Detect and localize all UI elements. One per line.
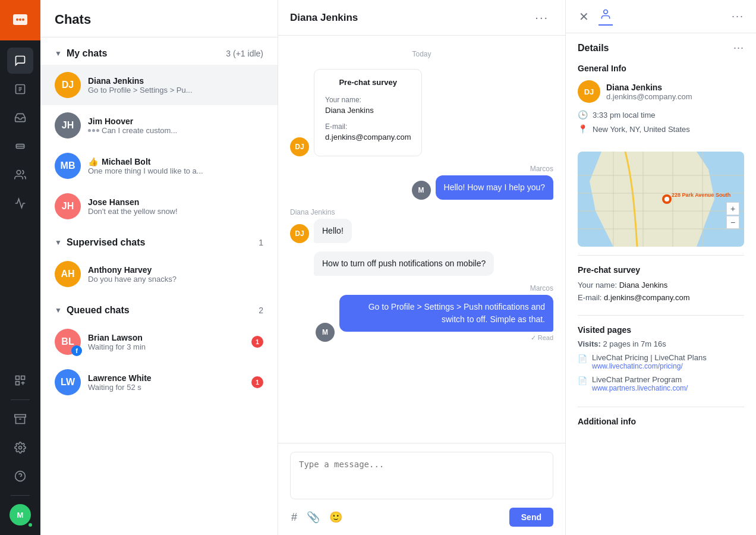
- supervised-chats-section-header[interactable]: ▼ Supervised chats 1: [40, 226, 278, 254]
- chat-messages: Today DJ Pre-chat survey Your name: Dian…: [278, 36, 565, 443]
- chat-item-brian[interactable]: BL f Brian Lawson Waiting for 3 min 1: [40, 322, 278, 362]
- details-close-button[interactable]: ✕: [578, 8, 590, 25]
- main-chat: Diana Jenkins ··· Today DJ Pre-chat surv…: [278, 0, 566, 535]
- nav-archive-button[interactable]: [7, 406, 33, 432]
- msg-bubble-diana2: How to turn off push notifications on mo…: [314, 251, 494, 276]
- queued-chats-section-header[interactable]: ▼ Queued chats 2: [40, 294, 278, 322]
- chat-name-brian: Brian Lawson: [88, 333, 244, 342]
- nav-settings-button[interactable]: [7, 435, 33, 461]
- inbox-icon: [14, 112, 26, 124]
- my-chats-chevron: ▼: [55, 49, 62, 58]
- zoom-in-button[interactable]: +: [726, 202, 739, 215]
- map-container: 228 Park Avenue South + −: [578, 152, 744, 247]
- nav-inbox-button[interactable]: [7, 105, 33, 131]
- msg-group-agent2: Marcos Go to Profile > Settings > Push n…: [290, 284, 553, 342]
- thumb-icon: 👍: [88, 157, 98, 166]
- chat-item-jim[interactable]: JH Jim Hoover Can I create custom...: [40, 105, 278, 146]
- nav-add-widget-button[interactable]: [7, 367, 33, 394]
- svg-point-5: [17, 171, 21, 175]
- chat-item-jose[interactable]: JH Jose Hansen Don't eat the yellow snow…: [40, 186, 278, 226]
- survey-title: Pre-chat survey: [325, 78, 411, 87]
- chat-item-anthony[interactable]: AH Anthony Harvey Do you have any snacks…: [40, 254, 278, 294]
- nav-icons: [7, 40, 33, 363]
- chat-item-michael[interactable]: MB 👍 Michael Bolt One more thing I would…: [40, 146, 278, 186]
- msg-group-agent1: Marcos Hello! How may I help you? M: [290, 165, 553, 200]
- chat-name-jim: Jim Hoover: [88, 117, 263, 126]
- send-button[interactable]: Send: [509, 508, 553, 527]
- svg-rect-6: [16, 376, 20, 380]
- chat-name-anthony: Anthony Harvey: [88, 265, 263, 275]
- zoom-out-button[interactable]: −: [726, 216, 739, 229]
- chat-preview-anthony: Do you have any snacks?: [88, 275, 263, 284]
- local-time-value: 3:33 pm local time: [593, 111, 656, 119]
- badge-lawrence: 1: [251, 376, 263, 388]
- avatar-diana: DJ: [55, 72, 81, 98]
- additional-info-title: Additional info: [578, 417, 744, 426]
- nav-chat-button[interactable]: [7, 48, 33, 74]
- details-more-button[interactable]: ···: [732, 10, 744, 23]
- emoji-button[interactable]: 🙂: [328, 509, 344, 525]
- local-time-row: 🕒 3:33 pm local time: [578, 110, 744, 119]
- pre-chat-email-value: d.jenkins@company.com: [604, 293, 689, 302]
- logo-icon: [12, 12, 29, 29]
- page-title-1: LiveChat Pricing | LiveChat Plans: [592, 353, 707, 362]
- chat-item-diana[interactable]: DJ Diana Jenkins Go to Profile > Setting…: [40, 65, 278, 105]
- pre-chat-email-field: E-mail: d.jenkins@company.com: [578, 293, 744, 302]
- page-title-2: LiveChat Partner Program: [592, 375, 688, 384]
- details-profile-button[interactable]: [598, 7, 613, 26]
- nav-analytics-button[interactable]: [7, 190, 33, 216]
- help-icon: [14, 470, 26, 482]
- nav-agents-button[interactable]: [7, 162, 33, 188]
- nav-reports-button[interactable]: [7, 76, 33, 102]
- chat-name-lawrence: Lawrence White: [88, 373, 244, 383]
- msg-sender-diana1: Diana Jenkins: [290, 208, 553, 216]
- settings-icon: [14, 442, 26, 454]
- msg-avatar-marcos1: M: [412, 181, 431, 200]
- chat-preview-diana: Go to Profile > Settings > Pu...: [88, 86, 263, 95]
- archive-icon: [14, 413, 26, 425]
- chat-list-panel: Chats ▼ My chats 3 (+1 idle) DJ Diana Je…: [40, 0, 278, 535]
- details-panel: ✕ ··· Details ··· General Info DJ Diana …: [566, 0, 756, 535]
- pre-chat-survey-section: Pre-chat survey Your name: Diana Jenkins…: [566, 258, 756, 313]
- chat-input-toolbar: # 📎 🙂 Send: [290, 508, 553, 527]
- svg-rect-9: [15, 415, 26, 417]
- map-zoom-controls: + −: [726, 202, 739, 229]
- nav-logo: [0, 0, 40, 40]
- chat-preview-jim: Can I create custom...: [88, 126, 263, 135]
- chat-name-diana: Diana Jenkins: [88, 76, 263, 86]
- visited-page-2: 📄 LiveChat Partner Program www.partners.…: [578, 375, 744, 392]
- hashtag-button[interactable]: #: [290, 509, 298, 525]
- agents-icon: [14, 169, 26, 181]
- svg-point-1: [16, 18, 18, 21]
- message-input[interactable]: [290, 452, 553, 499]
- nav-help-button[interactable]: [7, 463, 33, 489]
- chat-bubbles-icon: [14, 55, 26, 67]
- attachment-button[interactable]: 📎: [305, 509, 321, 525]
- clock-icon: 🕒: [578, 110, 588, 119]
- queued-chats-title: Queued chats: [67, 305, 130, 316]
- my-chats-section-header[interactable]: ▼ My chats 3 (+1 idle): [40, 37, 278, 65]
- page-icon-1: 📄: [578, 354, 587, 363]
- msg-read-status: ✓ Read: [339, 334, 553, 342]
- msg-sender-marcos1: Marcos: [290, 165, 553, 173]
- map-svg: 228 Park Avenue South: [578, 152, 744, 247]
- nav-bottom: M: [7, 363, 33, 535]
- nav-divider: [11, 399, 30, 400]
- chat-more-button[interactable]: ···: [530, 8, 553, 27]
- tickets-icon: [14, 140, 26, 152]
- page-url-1[interactable]: www.livechatinc.com/pricing/: [592, 362, 707, 370]
- details-kebab-button[interactable]: ···: [733, 42, 744, 54]
- general-info-title: General Info: [578, 64, 744, 73]
- page-url-2[interactable]: www.partners.livechatinc.com/: [592, 384, 688, 392]
- pre-chat-name-value: Diana Jenkins: [619, 281, 668, 289]
- chat-header: Diana Jenkins ···: [278, 0, 565, 36]
- svg-rect-8: [16, 382, 20, 385]
- nav-user-avatar[interactable]: M: [7, 502, 33, 528]
- svg-rect-7: [21, 376, 25, 380]
- visited-page-1: 📄 LiveChat Pricing | LiveChat Plans www.…: [578, 353, 744, 370]
- chat-item-lawrence[interactable]: LW Lawrence White Waiting for 52 s 1: [40, 362, 278, 402]
- svg-point-11: [19, 446, 22, 449]
- pre-chat-name-field: Your name: Diana Jenkins: [578, 281, 744, 289]
- facebook-icon: f: [71, 345, 82, 356]
- nav-tickets-button[interactable]: [7, 133, 33, 159]
